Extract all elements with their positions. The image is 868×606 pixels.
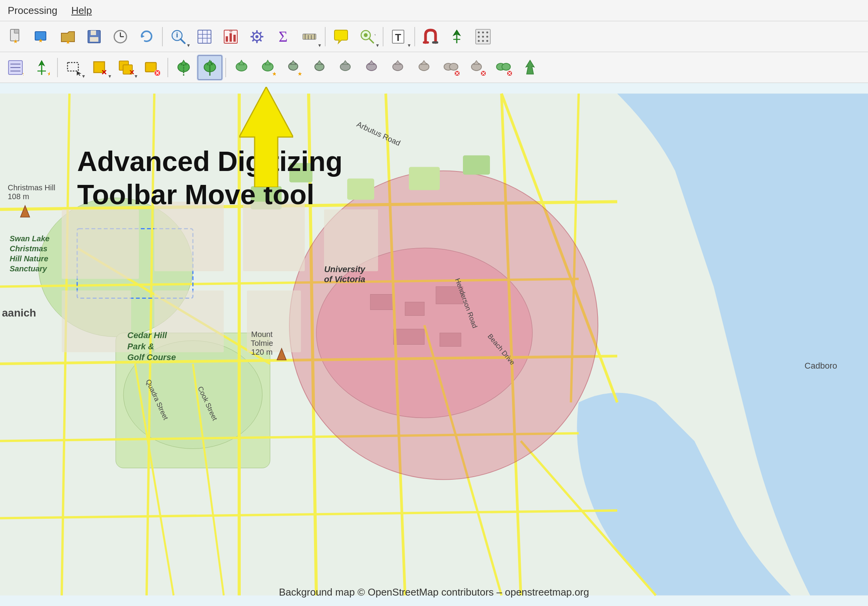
sep1 <box>162 27 163 46</box>
snapping-button[interactable] <box>418 24 443 49</box>
svg-marker-103 <box>343 61 348 64</box>
field-calc-button[interactable]: Σ <box>271 24 296 49</box>
save-layer-button[interactable] <box>82 24 106 49</box>
svg-marker-101 <box>317 61 322 64</box>
spatial-query-button[interactable]: ▾ <box>355 24 380 49</box>
deselect-button[interactable] <box>140 55 164 80</box>
sep5 <box>57 58 58 77</box>
stat-summary-button[interactable]: ⚙ <box>218 24 243 49</box>
svg-point-129 <box>123 341 262 449</box>
svg-point-58 <box>482 36 484 37</box>
processing-toolbox-button[interactable] <box>245 24 269 49</box>
svg-rect-81 <box>145 63 156 72</box>
svg-rect-28 <box>256 30 258 33</box>
svg-rect-164 <box>62 291 131 352</box>
svg-text:★: ★ <box>13 38 18 44</box>
copy-paste-button[interactable] <box>491 55 516 80</box>
svg-point-55 <box>482 31 484 33</box>
svg-text:T: T <box>395 32 401 43</box>
svg-marker-12 <box>142 35 145 38</box>
svg-marker-125 <box>526 60 534 74</box>
svg-point-57 <box>478 36 480 37</box>
vertex-tool-button[interactable] <box>444 24 469 49</box>
svg-rect-167 <box>324 210 378 271</box>
delete-vertex-button[interactable] <box>465 55 490 80</box>
svg-rect-160 <box>463 156 490 175</box>
measure-button[interactable] <box>297 24 322 49</box>
svg-rect-37 <box>303 34 316 39</box>
svg-rect-157 <box>289 163 312 183</box>
svg-marker-116 <box>474 61 479 64</box>
svg-rect-163 <box>243 202 305 271</box>
svg-text:★: ★ <box>47 71 50 76</box>
svg-text:★: ★ <box>272 71 276 76</box>
svg-rect-159 <box>409 167 440 190</box>
attribution: Background map © OpenStreetMap contribut… <box>279 586 589 598</box>
svg-line-44 <box>369 39 373 43</box>
node-tool-button[interactable]: ★ <box>29 55 54 80</box>
toolbar2: ★ ★ <box>0 52 868 83</box>
refresh-button[interactable] <box>134 24 159 49</box>
svg-text:★: ★ <box>22 71 24 76</box>
svg-point-121 <box>502 63 510 70</box>
svg-rect-7 <box>91 30 96 35</box>
menu-processing[interactable]: Processing <box>5 3 61 18</box>
svg-point-43 <box>364 33 368 37</box>
svg-text:▾: ▾ <box>375 33 375 37</box>
svg-rect-162 <box>154 202 224 271</box>
svg-rect-161 <box>62 210 139 279</box>
select-copy-button[interactable] <box>113 55 138 80</box>
annotation-button[interactable] <box>329 24 353 49</box>
text-annotation-button[interactable]: T <box>387 24 411 49</box>
svg-rect-30 <box>260 36 263 37</box>
svg-rect-166 <box>247 291 301 352</box>
merge-features-button[interactable] <box>439 55 464 80</box>
svg-rect-24 <box>233 35 236 42</box>
svg-marker-105 <box>369 61 374 64</box>
offset-feature-button[interactable] <box>360 55 385 80</box>
split-feature-button[interactable] <box>413 55 437 80</box>
menu-bar: Processing Help <box>0 0 868 21</box>
identify-button[interactable]: i <box>166 24 191 49</box>
shape-digitize-button[interactable] <box>518 55 542 80</box>
history-button[interactable] <box>108 24 133 49</box>
svg-marker-73 <box>77 71 81 76</box>
draw-line-button[interactable] <box>229 55 254 80</box>
svg-line-14 <box>181 39 185 43</box>
rotate-feature-button[interactable] <box>308 55 333 80</box>
sep4 <box>414 27 415 46</box>
svg-rect-1 <box>14 29 19 33</box>
map-area[interactable]: Christmas Hill108 m Swan LakeChristmasHi… <box>0 83 868 606</box>
select-features-button[interactable] <box>61 55 86 80</box>
svg-point-111 <box>449 63 458 70</box>
select-area-button[interactable] <box>87 55 112 80</box>
menu-help[interactable]: Help <box>68 3 95 18</box>
attribute-table-button[interactable] <box>192 24 217 49</box>
svg-rect-8 <box>90 37 98 42</box>
svg-rect-34 <box>250 36 253 37</box>
add-feature-button[interactable] <box>171 55 196 80</box>
new-file-button[interactable]: ★ <box>3 24 28 49</box>
svg-text:⚙: ⚙ <box>229 29 233 33</box>
svg-point-60 <box>478 40 480 42</box>
grid-options-button[interactable] <box>471 24 495 49</box>
svg-rect-23 <box>230 33 232 42</box>
open-layer-button[interactable]: ★ <box>56 24 80 49</box>
scale-feature-button[interactable] <box>334 55 359 80</box>
svg-text:Σ: Σ <box>279 29 287 45</box>
digitize-settings-button[interactable]: ★ <box>3 55 28 80</box>
add-vertex-button[interactable]: ★ <box>255 55 280 80</box>
reshape-feature-button[interactable] <box>387 55 411 80</box>
svg-rect-158 <box>347 179 374 200</box>
sep6 <box>167 58 168 77</box>
layer-settings-button[interactable]: ★ <box>29 24 54 49</box>
sep3 <box>383 27 383 46</box>
svg-rect-22 <box>226 36 228 42</box>
svg-text:★: ★ <box>66 39 71 45</box>
svg-point-56 <box>486 31 488 33</box>
svg-point-59 <box>486 36 488 37</box>
svg-point-62 <box>486 40 488 42</box>
move-feature-button[interactable]: ✛ <box>198 55 222 80</box>
sep7 <box>225 58 226 77</box>
vertex-settings-button[interactable]: ★ <box>282 55 306 80</box>
